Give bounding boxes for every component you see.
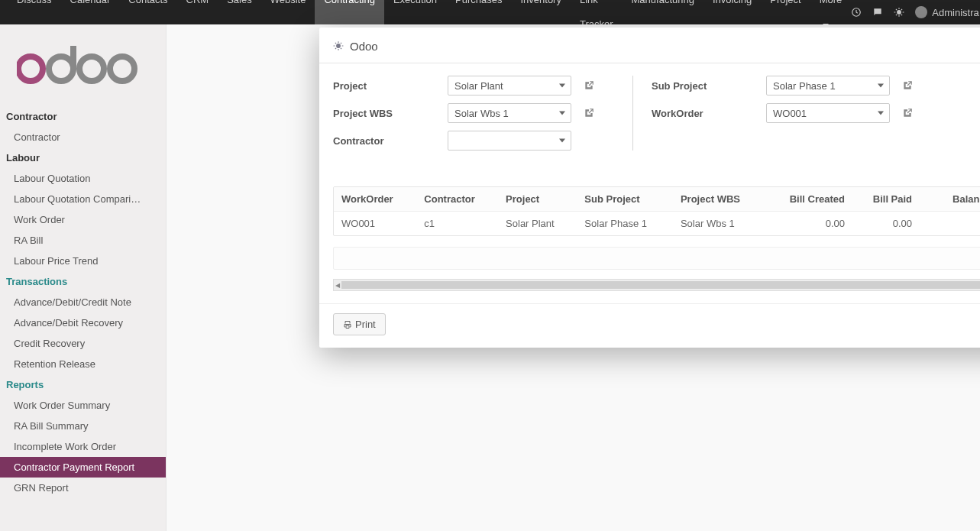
bug-icon[interactable] [894,7,904,18]
form-col-1: Project Solar Plant Project WBS Solar Wb… [333,76,594,151]
sidebar-item-grn-report[interactable]: GRN Report [0,478,166,498]
bug-icon [333,40,344,51]
sidebar-item-ra-bill-summary[interactable]: RA Bill Summary [0,416,166,436]
sidebar-item-work-order[interactable]: Work Order [0,209,166,230]
col-balance-remaining[interactable]: Balance Remaining [920,187,980,212]
form-col-2: Sub Project Solar Phase 1 WorkOrder WO00… [632,76,913,151]
col-project[interactable]: Project [498,187,577,212]
work-order-label: WorkOrder [652,108,758,119]
cell-contractor: c1 [416,212,498,236]
external-link-icon[interactable] [902,80,913,91]
contractor-select[interactable] [448,131,571,151]
contractor-label: Contractor [333,135,440,147]
col-contractor[interactable]: Contractor [416,187,498,212]
print-icon [343,320,352,329]
project-wbs-label: Project WBS [333,108,440,119]
col-sub-project[interactable]: Sub Project [577,187,673,212]
table-row[interactable]: WO001 c1 Solar Plant Solar Phase 1 Solar… [334,212,980,236]
cell-bill-created: 0.00 [765,212,852,236]
svg-point-5 [110,57,134,81]
col-bill-paid[interactable]: Bill Paid [852,187,920,212]
project-wbs-select[interactable]: Solar Wbs 1 [448,103,571,123]
sidebar-item-labour-quotation[interactable]: Labour Quotation [0,168,166,189]
print-button[interactable]: Print [333,313,386,335]
scrollbar-thumb[interactable] [341,281,980,289]
chat-icon[interactable] [872,7,883,18]
clock-icon[interactable] [851,7,862,18]
modal-dialog: Odoo × Project Solar Plant Project WBS S… [319,28,980,348]
cell-sub-project: Solar Phase 1 [577,212,673,236]
cell-bill-paid: 0.00 [852,212,920,236]
modal-header: Odoo × [319,28,980,63]
user-name: Administra [932,7,978,18]
table-header-row: WorkOrder Contractor Project Sub Project… [334,187,980,212]
project-label: Project [333,80,440,92]
external-link-icon[interactable] [902,108,913,118]
sidebar-item-incomplete-work-order[interactable]: Incomplete Work Order [0,436,166,457]
empty-panel [333,247,980,270]
sidebar-item-ra-bill[interactable]: RA Bill [0,230,166,251]
svg-point-4 [79,57,104,81]
sidebar-header-reports: Reports [0,374,166,395]
modal-body: Project Solar Plant Project WBS Solar Wb… [319,63,980,303]
work-order-select-value: WO001 [773,108,807,119]
report-table: WorkOrder Contractor Project Sub Project… [333,186,980,236]
svg-point-6 [336,44,341,48]
sidebar-item-contractor[interactable]: Contractor [0,127,166,147]
filter-form: Project Solar Plant Project WBS Solar Wb… [333,76,980,151]
sidebar-item-labour-quotation-comparison[interactable]: Labour Quotation Compari… [0,189,166,209]
sidebar-item-credit-recovery[interactable]: Credit Recovery [0,333,166,354]
sidebar-header-transactions: Transactions [0,271,166,292]
left-column: Contractor Contractor Labour Labour Quot… [0,24,167,531]
external-link-icon[interactable] [584,108,594,118]
side-nav: Contractor Contractor Labour Labour Quot… [0,106,166,498]
project-wbs-select-value: Solar Wbs 1 [454,108,509,119]
svg-point-3 [49,57,73,81]
cell-workorder: WO001 [334,212,416,236]
sub-project-label: Sub Project [652,80,758,92]
horizontal-scrollbar[interactable]: ◀ ▶ [333,279,980,291]
project-select-value: Solar Plant [454,80,503,92]
cell-project-wbs: Solar Wbs 1 [673,212,765,236]
modal-footer: Print [319,303,980,348]
sub-project-select-value: Solar Phase 1 [773,80,836,92]
sidebar-item-contractor-payment-report[interactable]: Contractor Payment Report [0,457,166,478]
modal-title: Odoo [350,40,378,53]
sidebar-header-labour: Labour [0,147,166,168]
col-project-wbs[interactable]: Project WBS [673,187,765,212]
sidebar-item-advance-recovery[interactable]: Advance/Debit Recovery [0,312,166,333]
sub-project-select[interactable]: Solar Phase 1 [766,76,890,96]
topbar-right: Administra [851,6,978,18]
sidebar-item-work-order-summary[interactable]: Work Order Summary [0,395,166,416]
cell-balance-remaining: 0.00 [920,212,980,236]
col-workorder[interactable]: WorkOrder [334,187,416,212]
sidebar-item-advance-note[interactable]: Advance/Debit/Credit Note [0,292,166,312]
sidebar-item-labour-price-trend[interactable]: Labour Price Trend [0,251,166,271]
work-order-select[interactable]: WO001 [766,103,890,123]
print-button-label: Print [355,319,376,330]
col-bill-created[interactable]: Bill Created [765,187,852,212]
project-select[interactable]: Solar Plant [448,76,571,96]
svg-point-1 [897,10,901,15]
svg-point-2 [18,57,43,81]
scroll-left-icon: ◀ [334,280,341,290]
odoo-logo [0,24,166,106]
user-menu[interactable]: Administra [915,6,978,18]
external-link-icon[interactable] [584,80,594,91]
sidebar-header-contractor: Contractor [0,106,166,127]
avatar [915,6,927,18]
sidebar-item-retention-release[interactable]: Retention Release [0,354,166,374]
content-area: 1-1 / 1 Odoo × Proj [167,24,980,531]
cell-project: Solar Plant [498,212,577,236]
top-menubar: Discuss Calendar Contacts CRM Sales Webs… [0,0,980,24]
